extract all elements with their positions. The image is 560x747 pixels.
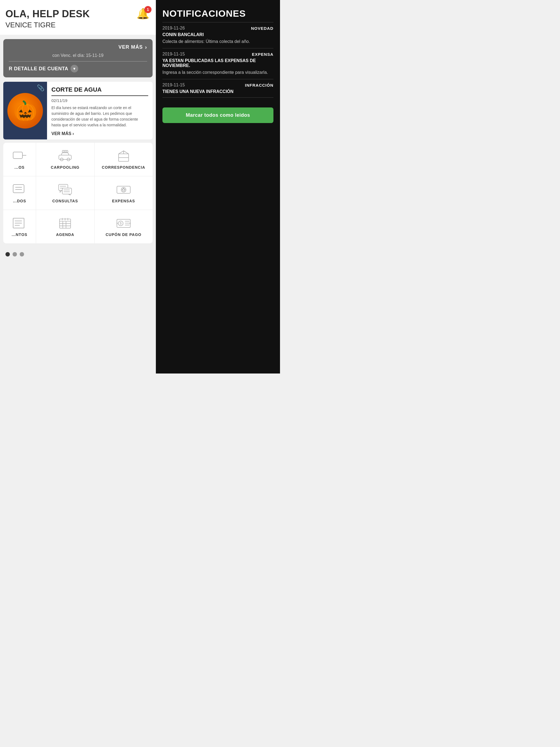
partial-icon-1 [11, 149, 28, 162]
grid-cell-correspondencia[interactable]: CORRESPONDENCIA [95, 143, 153, 176]
header-area: OLA, HELP DESK VENICE TIGRE 🔔 1 [0, 0, 156, 35]
svg-point-7 [66, 150, 68, 152]
bell-container[interactable]: 🔔 1 [136, 8, 149, 20]
news-card: 📎 🎃 CORTE DE AGUA 02/11/19 El día lunes … [3, 82, 153, 139]
grid-cell-agenda[interactable]: AGENDA [36, 210, 95, 243]
notif-meta-1: 2019-11-26 NOVEDAD [162, 26, 274, 31]
pagination-dot-3[interactable] [20, 252, 24, 256]
notif-divider-2 [162, 79, 274, 79]
account-card: VER MÁS › con Venc. el día: 15-11-19 R D… [3, 39, 153, 77]
news-date: 02/11/19 [51, 98, 148, 103]
menu-grid: ...OS [3, 143, 153, 243]
notif-text-1: Colecta de alimentos: Última colecta del… [162, 38, 274, 45]
expensas-icon [115, 183, 132, 196]
detalle-cuenta-row[interactable]: R DETALLE DE CUENTA ▾ [9, 65, 147, 73]
partial-icon-2 [11, 183, 28, 196]
pagination-dot-2[interactable] [12, 252, 17, 256]
notif-text-2: Ingresa a la sección correspondiente par… [162, 69, 274, 76]
consultas-icon [56, 183, 74, 196]
cupon-icon: $ [115, 216, 132, 230]
notification-item-2: 2019-11-15 EXPENSA YA ESTAN PUBLICADAS L… [162, 52, 274, 76]
venc-text: con Venc. el día: 15-11-19 [9, 53, 147, 58]
attachment-icon: 📎 [37, 84, 44, 92]
grid-row-1: ...OS [3, 143, 153, 176]
notif-meta-2: 2019-11-15 EXPENSA [162, 52, 274, 57]
grid-row-3: ...NTOS [3, 210, 153, 243]
chevron-right-news-icon: › [73, 131, 74, 136]
svg-text:$: $ [120, 222, 122, 225]
svg-rect-0 [13, 152, 22, 159]
grid-cell-partial-1[interactable]: ...OS [3, 143, 36, 176]
news-body: El día lunes se estará realizando un cor… [51, 105, 148, 128]
news-ver-mas-button[interactable]: VER MÁS › [51, 131, 148, 136]
notif-meta-3: 2019-11-15 INFRACCIÓN [162, 83, 274, 87]
agenda-icon [56, 216, 74, 230]
grid-cell-cupon[interactable]: $ CUPÓN DE PAGO [95, 210, 153, 243]
partial-icon-3 [11, 216, 28, 230]
detalle-label: R DETALLE DE CUENTA [9, 66, 68, 72]
notif-date-3: 2019-11-15 [162, 83, 185, 87]
chevron-right-icon: › [145, 44, 147, 50]
carpooling-icon [56, 149, 74, 162]
bell-icon[interactable]: 🔔 1 [136, 8, 149, 20]
pagination-dot-1[interactable] [5, 252, 10, 256]
news-image-column: 📎 🎃 [3, 82, 47, 139]
correspondencia-icon [115, 149, 132, 162]
notif-sender-3: TIENES UNA NUEVA INFRACCIÓN [162, 89, 274, 94]
grid-label-partial-2: ...DOS [13, 199, 26, 203]
notifications-title: NOTIFICACIONES [162, 8, 274, 19]
svg-point-5 [62, 150, 64, 152]
grid-label-partial-3: ...NTOS [12, 232, 27, 237]
notif-tag-1: NOVEDAD [251, 26, 274, 31]
chevron-down-icon[interactable]: ▾ [71, 65, 78, 73]
grid-label-partial-1: ...OS [15, 165, 25, 170]
app-title: OLA, HELP DESK [5, 8, 150, 20]
location-subtitle: VENICE TIGRE [5, 21, 150, 29]
svg-point-6 [64, 150, 66, 152]
news-title: CORTE DE AGUA [51, 86, 148, 96]
notif-sender-2: YA ESTAN PUBLICADAS LAS EXPENSAS DE NOVI… [162, 58, 274, 68]
grid-label-correspondencia: CORRESPONDENCIA [102, 165, 145, 170]
notif-tag-3: INFRACCIÓN [245, 83, 274, 87]
notification-item-3: 2019-11-15 INFRACCIÓN TIENES UNA NUEVA I… [162, 83, 274, 94]
notification-badge: 1 [144, 6, 152, 13]
left-panel: OLA, HELP DESK VENICE TIGRE 🔔 1 VER MÁS … [0, 0, 156, 374]
pagination-dots [0, 247, 156, 262]
svg-rect-17 [62, 188, 72, 194]
notif-divider-3 [162, 97, 274, 98]
notif-date-1: 2019-11-26 [162, 26, 185, 31]
pumpkin-emoji: 🎃 [14, 101, 37, 120]
grid-label-carpooling: CARPOOLING [51, 165, 80, 170]
grid-cell-partial-3[interactable]: ...NTOS [3, 210, 36, 243]
svg-rect-2 [59, 155, 72, 159]
grid-label-expensas: EXPENSAS [112, 199, 135, 203]
grid-label-consultas: CONSULTAS [52, 199, 78, 203]
grid-label-cupon: CUPÓN DE PAGO [105, 232, 142, 237]
ver-mas-button[interactable]: VER MÁS › [9, 44, 147, 50]
notif-date-2: 2019-11-15 [162, 52, 185, 57]
svg-rect-11 [13, 185, 24, 193]
notif-sender-1: CONIN BANCALARI [162, 32, 274, 37]
notifications-panel: NOTIFICACIONES 2019-11-26 NOVEDAD CONIN … [156, 0, 280, 374]
news-image: 🎃 [7, 93, 43, 129]
divider [9, 61, 147, 61]
mark-all-read-button[interactable]: Marcar todos como leidos [162, 107, 274, 123]
grid-cell-expensas[interactable]: EXPENSAS [95, 176, 153, 210]
grid-row-2: ...DOS C [3, 176, 153, 210]
notif-tag-2: EXPENSA [252, 52, 274, 57]
grid-cell-consultas[interactable]: CONSULTAS [36, 176, 95, 210]
news-content: CORTE DE AGUA 02/11/19 El día lunes se e… [47, 82, 153, 139]
grid-cell-carpooling[interactable]: CARPOOLING [36, 143, 95, 176]
notification-item-1: 2019-11-26 NOVEDAD CONIN BANCALARI Colec… [162, 26, 274, 45]
grid-cell-partial-2[interactable]: ...DOS [3, 176, 36, 210]
grid-label-agenda: AGENDA [56, 232, 74, 237]
